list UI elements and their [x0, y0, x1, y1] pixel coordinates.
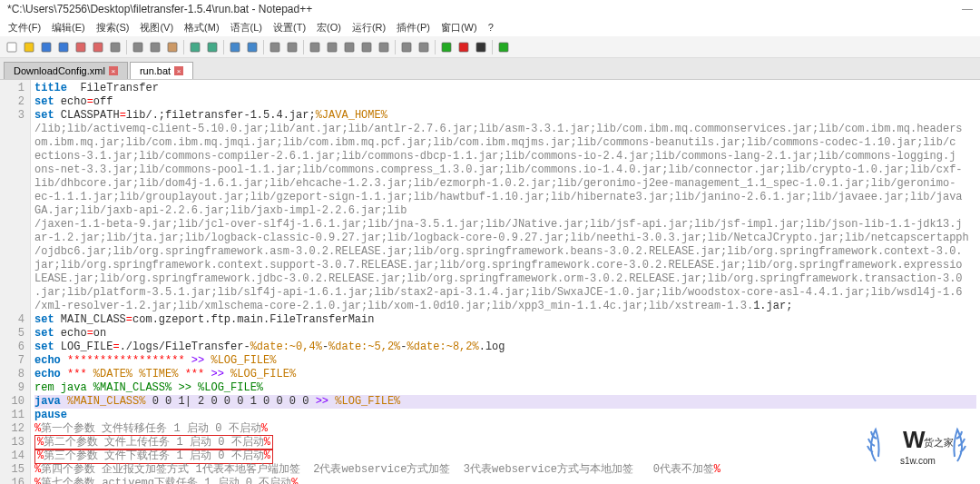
svg-rect-26 — [499, 43, 508, 52]
menu-item[interactable]: 语言(L) — [226, 19, 267, 36]
zoom-in-icon[interactable] — [267, 39, 283, 55]
menu-item[interactable]: 宏(O) — [312, 19, 346, 36]
menu-item[interactable]: 插件(P) — [392, 19, 435, 36]
code-area[interactable]: title FileTransferset echo=offset CLASSP… — [31, 80, 980, 484]
code-line[interactable]: %第三个参数 文件下载任务 1 启动 0 不启动% — [34, 449, 976, 463]
toolbar-separator — [183, 40, 184, 54]
svg-rect-13 — [248, 43, 257, 52]
run-icon[interactable] — [495, 39, 512, 55]
code-line[interactable]: %第七个参数 activemq下载任务 1 启动 0 不启动% — [34, 477, 976, 484]
code-line[interactable]: pause — [34, 409, 976, 422]
svg-rect-20 — [379, 43, 388, 52]
editor: 123 4567891011121314151617 title FileTra… — [0, 80, 980, 484]
menu-item[interactable]: 编辑(E) — [47, 19, 90, 36]
save-icon[interactable] — [38, 39, 54, 55]
svg-rect-22 — [419, 43, 428, 52]
svg-rect-18 — [345, 43, 354, 52]
code-line[interactable]: title FileTransfer — [34, 82, 976, 95]
title-bar: *C:\Users\75256\Desktop\filetransfer-1.5… — [0, 0, 980, 18]
close-icon[interactable]: × — [109, 66, 118, 75]
open-icon[interactable] — [21, 39, 37, 55]
function-list-icon[interactable] — [398, 39, 415, 55]
menu-item[interactable]: 运行(R) — [348, 19, 390, 36]
toolbar — [0, 36, 980, 58]
save-all-icon[interactable] — [55, 39, 72, 55]
menu-item[interactable]: 文件(F) — [4, 19, 45, 36]
window-title: *C:\Users\75256\Desktop\filetransfer-1.5… — [7, 3, 312, 15]
replace-icon[interactable] — [244, 39, 260, 55]
line-number: 15 — [0, 463, 24, 477]
code-line[interactable]: echo ****************** >> %LOG_FILE% — [34, 354, 976, 368]
file-tab[interactable]: run.bat× — [130, 62, 193, 79]
code-line[interactable]: rem java %MAIN_CLASS% >> %LOG_FILE% — [34, 381, 976, 395]
new-file-icon[interactable] — [4, 39, 20, 55]
line-number: 9 — [0, 381, 24, 395]
line-gutter: 123 4567891011121314151617 — [0, 80, 31, 484]
indent-icon[interactable] — [358, 39, 375, 55]
code-line[interactable]: %第二个参数 文件上传任务 1 启动 0 不启动% — [34, 436, 976, 449]
code-line[interactable]: echo *** %DATE% %TIME% *** >> %LOG_FILE% — [34, 368, 976, 381]
fold-icon[interactable] — [376, 39, 392, 55]
menu-item[interactable]: 搜索(S) — [92, 19, 134, 36]
svg-rect-23 — [442, 43, 451, 52]
macro-play-icon[interactable] — [438, 39, 455, 55]
svg-rect-17 — [328, 43, 337, 52]
close-all-icon[interactable] — [90, 39, 106, 55]
svg-rect-1 — [24, 43, 34, 52]
menu-item[interactable]: 视图(V) — [135, 19, 178, 36]
code-line[interactable]: set echo=on — [34, 327, 976, 341]
menu-item[interactable]: 窗口(W) — [436, 19, 482, 36]
svg-rect-2 — [42, 43, 51, 52]
menu-item[interactable]: 设置(T) — [269, 19, 310, 36]
toolbar-separator — [126, 40, 127, 54]
sync-icon[interactable] — [307, 39, 323, 55]
toolbar-separator — [263, 40, 264, 54]
redo-icon[interactable] — [204, 39, 220, 55]
show-symbols-icon[interactable] — [341, 39, 358, 55]
svg-rect-25 — [476, 43, 485, 52]
code-line[interactable]: set echo=off — [34, 95, 976, 109]
svg-rect-16 — [310, 43, 319, 52]
toolbar-separator — [395, 40, 396, 54]
cut-icon[interactable] — [130, 39, 146, 55]
paste-icon[interactable] — [164, 39, 181, 55]
line-number: 1 — [0, 82, 24, 95]
menu-item[interactable]: 格式(M) — [180, 19, 224, 36]
svg-rect-5 — [93, 43, 103, 52]
copy-icon[interactable] — [147, 39, 163, 55]
toolbar-separator — [435, 40, 436, 54]
zoom-out-icon[interactable] — [284, 39, 300, 55]
svg-rect-8 — [151, 43, 160, 52]
find-icon[interactable] — [227, 39, 243, 55]
line-number: 13 — [0, 436, 24, 449]
doc-map-icon[interactable] — [416, 39, 432, 55]
code-line[interactable]: %第四个参数 企业报文加签方式 1代表本地客户端加签 2代表webservice… — [34, 463, 976, 477]
undo-icon[interactable] — [187, 39, 203, 55]
code-line[interactable]: set MAIN_CLASS=com.gzeport.ftp.main.File… — [34, 313, 976, 327]
code-line[interactable]: set LOG_FILE=./logs/FileTransfer-%date:~… — [34, 341, 976, 354]
window-min-icon[interactable]: — — [962, 3, 973, 15]
macro-stop-icon[interactable] — [473, 39, 489, 55]
menu-item[interactable]: ? — [484, 20, 498, 35]
svg-rect-4 — [76, 43, 85, 52]
macro-record-icon[interactable] — [456, 39, 472, 55]
svg-rect-14 — [270, 43, 279, 52]
print-icon[interactable] — [107, 39, 123, 55]
close-icon[interactable]: × — [174, 66, 183, 75]
svg-rect-6 — [111, 43, 120, 52]
code-line[interactable]: set CLASSPATH=lib/.;filetransfer-1.5.4.j… — [34, 109, 976, 313]
code-line[interactable]: %第一个参数 文件转移任务 1 启动 0 不启动% — [34, 422, 976, 436]
svg-rect-3 — [59, 43, 68, 52]
svg-rect-19 — [362, 43, 371, 52]
svg-rect-0 — [7, 43, 16, 52]
line-number: 5 — [0, 327, 24, 341]
code-line[interactable]: java %MAIN_CLASS% 0 0 1| 2 0 0 0 1 0 0 0… — [34, 395, 976, 409]
close-icon[interactable] — [73, 39, 89, 55]
line-number: 6 — [0, 341, 24, 354]
line-number: 3 — [0, 109, 24, 123]
line-number: 14 — [0, 449, 24, 463]
file-tab[interactable]: DownloadConfig.xml× — [4, 62, 128, 79]
svg-rect-21 — [402, 43, 411, 52]
svg-rect-10 — [191, 43, 200, 52]
word-wrap-icon[interactable] — [324, 39, 340, 55]
